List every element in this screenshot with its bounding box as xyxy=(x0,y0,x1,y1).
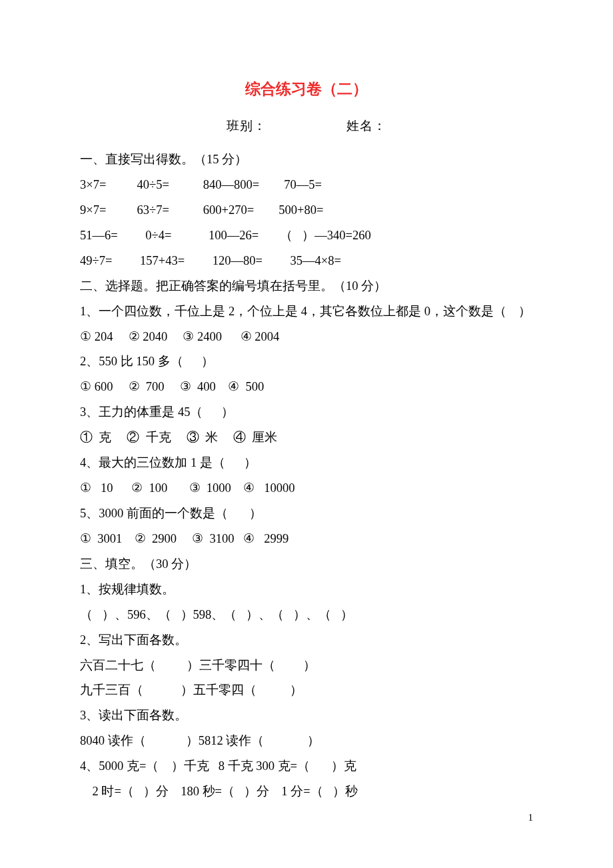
s3-question: 2、写出下面各数。 xyxy=(80,628,533,653)
s2-options: ① 克 ② 千克 ③ 米 ④ 厘米 xyxy=(80,425,533,451)
s2-options: ① 204 ② 2040 ③ 2400 ④ 2004 xyxy=(80,325,533,350)
s2-options: ① 600 ② 700 ③ 400 ④ 500 xyxy=(80,375,533,400)
section-2-heading: 二、选择题。把正确答案的编号填在括号里。（10 分） xyxy=(80,274,533,299)
s3-question: 1、按规律填数。 xyxy=(80,577,533,603)
s1-row: 51—6= 0÷4= 100—26= （ ）—340=260 xyxy=(80,223,533,249)
s1-row: 3×7= 40÷5= 840—800= 70—5= xyxy=(80,173,533,198)
s1-row: 9×7= 63÷7= 600+270= 500+80= xyxy=(80,198,533,223)
s2-question: 5、3000 前面的一个数是（ ） xyxy=(80,501,533,527)
class-label: 班别： xyxy=(227,119,267,133)
s2-question: 3、王力的体重是 45（ ） xyxy=(80,400,533,425)
s1-row: 49÷7= 157+43= 120—80= 35—4×8= xyxy=(80,249,533,274)
worksheet-title: 综合练习卷（二） xyxy=(80,73,533,105)
s2-question: 2、550 比 150 多（ ） xyxy=(80,349,533,375)
s3-blank-line: 六百二十七（ ）三千零四十（ ） xyxy=(80,653,533,679)
s2-question: 1、一个四位数，千位上是 2，个位上是 4，其它各数位上都是 0，这个数是（ ） xyxy=(80,299,533,325)
name-line: 班别：姓名： xyxy=(80,114,533,139)
section-3-heading: 三、填空。（30 分） xyxy=(80,552,533,577)
s3-blank-line: （ ）、596、（ ）598、（ ）、（ ）、（ ） xyxy=(80,603,533,628)
s2-question: 4、最大的三位数加 1 是（ ） xyxy=(80,451,533,476)
s3-blank-line: 2 时=（ ）分 180 秒=（ ）分 1 分=（ ）秒 xyxy=(80,779,533,805)
section-1-heading: 一、直接写出得数。（15 分） xyxy=(80,147,533,173)
s3-blank-line: 九千三百（ ）五千零四（ ） xyxy=(80,678,533,703)
s2-options: ① 10 ② 100 ③ 1000 ④ 10000 xyxy=(80,476,533,501)
s3-question: 4、5000 克=（ ）千克 8 千克 300 克=（ ）克 xyxy=(80,754,533,779)
worksheet-page: 综合练习卷（二） 班别：姓名： 一、直接写出得数。（15 分） 3×7= 40÷… xyxy=(0,0,613,868)
s3-question: 3、读出下面各数。 xyxy=(80,703,533,729)
page-number: 1 xyxy=(528,807,534,828)
name-label: 姓名： xyxy=(346,119,386,133)
s3-blank-line: 8040 读作（ ）5812 读作（ ） xyxy=(80,729,533,754)
s2-options: ① 3001 ② 2900 ③ 3100 ④ 2999 xyxy=(80,527,533,552)
